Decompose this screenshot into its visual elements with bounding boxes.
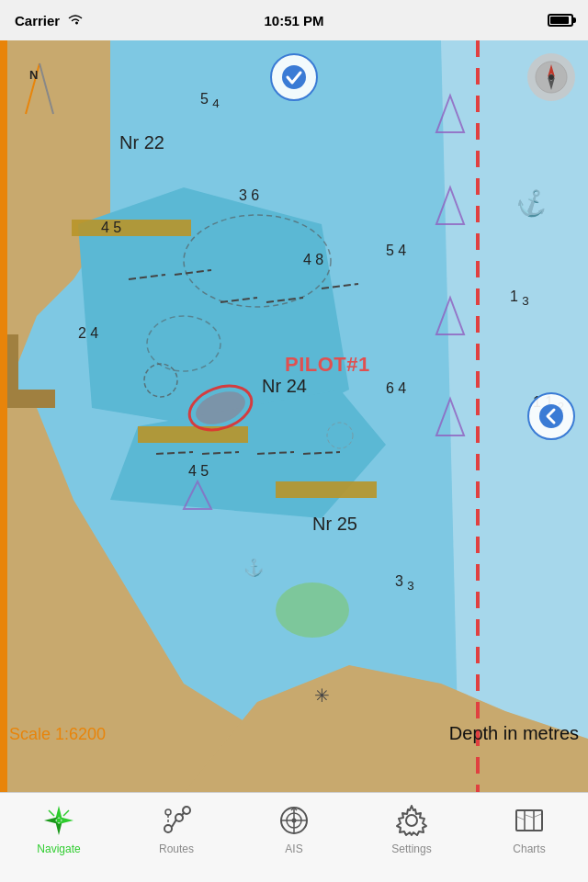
svg-point-54 <box>57 819 62 823</box>
svg-text:✳: ✳ <box>314 685 330 706</box>
tab-routes-label: Routes <box>159 842 194 855</box>
svg-text:N: N <box>29 68 38 82</box>
svg-line-40 <box>40 63 53 114</box>
navigate-icon <box>40 802 77 839</box>
tab-navigate[interactable]: Navigate <box>0 800 118 855</box>
svg-point-46 <box>548 74 554 80</box>
depth-54-right: 5 4 <box>386 243 406 259</box>
svg-point-12 <box>276 582 349 638</box>
depth-54-top: 5 4 <box>200 91 220 110</box>
charts-icon <box>511 802 548 839</box>
depth-45-left: 4 5 <box>101 220 121 236</box>
carrier-label: Carrier <box>15 13 60 28</box>
wifi-icon <box>67 13 84 28</box>
pilot-label: PILOT#1 <box>285 353 370 377</box>
svg-point-69 <box>406 815 417 826</box>
depth-45-bottom: 4 5 <box>188 463 209 480</box>
svg-line-75 <box>535 814 541 817</box>
orange-left-bar <box>0 40 7 792</box>
berth-nr22: Nr 22 <box>119 132 164 153</box>
depth-33: 3 3 <box>395 573 414 593</box>
depth-36: 3 6 <box>239 187 259 204</box>
back-button[interactable] <box>527 392 575 440</box>
svg-point-55 <box>164 825 172 832</box>
ais-icon <box>276 802 312 839</box>
svg-line-52 <box>49 810 54 816</box>
time-label: 10:51 PM <box>264 13 323 28</box>
tab-settings-label: Settings <box>391 842 431 855</box>
settings-icon <box>393 802 430 839</box>
battery-icon <box>548 14 573 27</box>
tab-ais[interactable]: AIS <box>235 800 353 855</box>
svg-text:⚓: ⚓ <box>243 558 265 578</box>
svg-line-58 <box>172 820 176 827</box>
depth-unit-text: Depth in metres <box>449 723 579 744</box>
north-arrow: N <box>17 59 62 127</box>
svg-line-53 <box>63 810 69 816</box>
map-area[interactable]: ⚓ ✳ ⚓ 5 4 3 6 4 5 4 8 5 4 2 4 4 5 6 4 3 … <box>0 40 588 792</box>
status-bar: Carrier 10:51 PM <box>0 0 588 40</box>
berth-nr24: Nr 24 <box>262 376 307 397</box>
scale-text: Scale 1:6200 <box>9 725 106 744</box>
tab-navigate-label: Navigate <box>37 842 80 855</box>
svg-rect-9 <box>72 220 191 236</box>
tab-routes[interactable]: Routes <box>118 800 235 855</box>
tab-charts[interactable]: Charts <box>470 800 588 855</box>
depth-13: 1 3 <box>510 288 529 308</box>
depth-24: 2 4 <box>78 325 98 342</box>
berth-nr25: Nr 25 <box>312 514 357 535</box>
tab-charts-label: Charts <box>513 842 545 855</box>
depth-48: 4 8 <box>303 252 323 268</box>
depth-64: 6 4 <box>386 380 406 397</box>
check-button[interactable] <box>270 53 318 101</box>
svg-rect-11 <box>276 481 377 498</box>
svg-point-60 <box>165 809 171 815</box>
svg-point-47 <box>539 404 563 428</box>
svg-rect-70 <box>516 810 542 831</box>
tab-ais-label: AIS <box>285 842 302 855</box>
routes-icon <box>158 802 195 839</box>
svg-point-42 <box>282 65 306 89</box>
svg-line-73 <box>517 817 524 820</box>
svg-rect-10 <box>138 426 248 443</box>
svg-line-59 <box>181 812 185 816</box>
compass-button[interactable] <box>527 53 575 101</box>
tab-settings[interactable]: Settings <box>353 800 470 855</box>
tab-bar: Navigate Routes <box>0 792 588 882</box>
svg-line-74 <box>526 815 533 818</box>
